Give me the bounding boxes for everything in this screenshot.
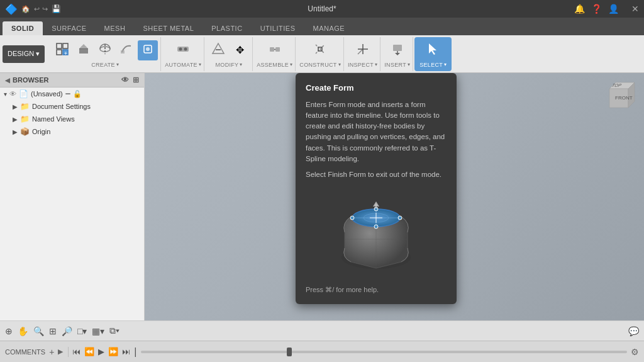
timeline-play-fwd-btn[interactable]: ⏭ xyxy=(122,347,130,356)
timeline-play-back-btn[interactable]: ⏮ xyxy=(72,347,80,356)
viewport-layout-btn[interactable]: ⧉▾ xyxy=(109,325,119,336)
browser-item-origin[interactable]: ▶ 📦 Origin xyxy=(0,125,144,138)
viewport[interactable]: Create Form Enters Form mode and inserts… xyxy=(145,73,644,320)
create-label: CREATE▾ xyxy=(91,62,119,68)
tooltip-help: Press ⌘/ for more help. xyxy=(306,285,447,295)
new-component-btn[interactable]: + xyxy=(52,40,72,60)
fit-btn[interactable]: ⊞ xyxy=(49,326,57,336)
redo-btn[interactable]: ↪ xyxy=(42,5,48,13)
svg-marker-6 xyxy=(79,44,88,48)
bottom-toolbar: ⊕ ✋ 🔍 ⊞ 🔎 □▾ ▦▾ ⧉▾ 💬 xyxy=(0,320,644,341)
toolbar-group-construct: CONSTRUCT▾ xyxy=(297,37,344,71)
insert-btn[interactable] xyxy=(387,40,408,60)
timeline-prev-btn[interactable]: ⏪ xyxy=(84,347,94,356)
create-form-btn[interactable] xyxy=(138,40,158,60)
browser-item-doc-settings[interactable]: ▶ 📁 Document Settings xyxy=(0,100,144,113)
inspect-btn[interactable] xyxy=(353,40,373,60)
item-expand-icon: ▶ xyxy=(13,103,18,110)
app-icon: 🔷 xyxy=(5,3,18,15)
toolbar-group-create: + xyxy=(50,37,161,71)
browser-collapse-btn[interactable]: ◀ xyxy=(5,77,10,84)
svg-marker-17 xyxy=(213,43,224,54)
select-btn[interactable] xyxy=(423,40,443,60)
toolbar-group-select: SELECT▾ xyxy=(414,37,452,71)
move-btn[interactable]: ✥ xyxy=(230,40,250,60)
automate-label: AUTOMATE▾ xyxy=(165,62,201,68)
svg-point-16 xyxy=(184,48,187,51)
timeline-marker-btn[interactable]: | xyxy=(134,346,136,358)
comments-expand-btn[interactable]: ▶ xyxy=(58,348,63,356)
unsaved-badge xyxy=(65,93,70,94)
timeline: COMMENTS + ▶ ⏮ ⏪ ▶ ⏩ ⏭ | ⚙ xyxy=(0,341,644,362)
toolbar-group-assemble: ASSEMBLE▾ xyxy=(254,37,296,71)
comments-add-btn[interactable]: + xyxy=(49,347,54,357)
zoom-region-btn[interactable]: 🔎 xyxy=(62,326,72,336)
modify-btn1[interactable] xyxy=(208,40,228,60)
timeline-next-btn[interactable]: ⏩ xyxy=(108,347,118,356)
svg-rect-1 xyxy=(63,43,68,48)
close-btn[interactable]: ✕ xyxy=(631,4,639,14)
tab-utilities[interactable]: UTILITIES xyxy=(252,21,304,35)
svg-rect-10 xyxy=(121,50,125,54)
grid-btn[interactable]: ▦▾ xyxy=(92,326,104,336)
home-btn[interactable]: 🏠 xyxy=(21,5,30,13)
svg-rect-5 xyxy=(79,48,88,54)
tab-mesh[interactable]: MESH xyxy=(96,21,135,35)
settings-btn[interactable]: ⚙ xyxy=(631,347,639,357)
tooltip-instruction: Select Finish Form to exit out of the mo… xyxy=(306,169,447,180)
pan-btn[interactable]: ✋ xyxy=(18,326,28,336)
title-bar: 🔷 🏠 ↩ ↪ 💾 Untitled* 🔔 ❓ 👤 ✕ xyxy=(0,0,644,18)
automate-btn[interactable] xyxy=(173,40,193,60)
svg-marker-30 xyxy=(395,53,400,55)
browser-expand-icon[interactable]: ⊞ xyxy=(133,76,139,84)
zoom-btn[interactable]: 🔍 xyxy=(33,326,44,336)
svg-line-25 xyxy=(358,49,363,54)
modify-label: MODIFY▾ xyxy=(216,62,243,68)
design-dropdown[interactable]: DESIGN ▾ xyxy=(3,45,45,63)
timeline-track[interactable] xyxy=(141,351,627,353)
account-btn[interactable]: 👤 xyxy=(608,4,619,14)
item-expand-icon: ▶ xyxy=(13,116,18,123)
timeline-play-btn[interactable]: ▶ xyxy=(98,347,104,356)
item-label: Origin xyxy=(32,128,50,135)
svg-text:+: + xyxy=(64,50,67,56)
browser-panel: ◀ BROWSER 👁 ⊞ ▾ 👁 📄 (Unsaved) 🔓 ▶ 📁 Docu… xyxy=(0,73,145,320)
orbit-btn[interactable]: ⊕ xyxy=(5,326,13,336)
assemble-label: ASSEMBLE▾ xyxy=(257,62,292,68)
browser-item-named-views[interactable]: ▶ 📁 Named Views xyxy=(0,113,144,125)
select-label: SELECT▾ xyxy=(419,62,447,68)
window-controls: 🏠 xyxy=(21,5,30,13)
tab-surface[interactable]: SURFACE xyxy=(43,21,95,35)
revolve-btn[interactable] xyxy=(95,40,115,60)
tab-plastic[interactable]: PLASTIC xyxy=(203,21,251,35)
construct-btn[interactable] xyxy=(310,40,330,60)
browser-visibility-icon[interactable]: 👁 xyxy=(121,76,129,84)
toolbar: DESIGN ▾ + xyxy=(0,35,644,73)
modify-buttons: ✥ xyxy=(208,40,250,60)
help-btn[interactable]: ❓ xyxy=(591,4,602,14)
tab-solid[interactable]: SOLID xyxy=(3,21,43,35)
tab-manage[interactable]: MANAGE xyxy=(304,21,353,35)
save-btn[interactable]: 💾 xyxy=(52,4,61,13)
display-mode-btn[interactable]: □▾ xyxy=(77,326,87,336)
toolbar-group-modify: ✥ MODIFY▾ xyxy=(206,37,253,71)
browser-item-unsaved[interactable]: ▾ 👁 📄 (Unsaved) 🔓 xyxy=(0,88,144,100)
item-expand-icon: ▾ xyxy=(4,91,7,98)
viewcube[interactable]: FRONT TOP xyxy=(600,79,638,117)
svg-marker-31 xyxy=(429,43,436,55)
item-expand-icon: ▶ xyxy=(13,128,18,135)
item-label: (Unsaved) xyxy=(31,90,63,98)
assemble-btn[interactable] xyxy=(265,40,285,60)
notif-btn[interactable]: 🔔 xyxy=(574,4,585,14)
title-text: Untitled* xyxy=(308,4,336,13)
svg-rect-19 xyxy=(270,47,274,52)
create-buttons: + xyxy=(52,40,158,60)
toolbar-group-automate: AUTOMATE▾ xyxy=(162,37,204,71)
sweep-btn[interactable] xyxy=(116,40,136,60)
undo-btn[interactable]: ↩ xyxy=(34,5,40,13)
tab-sheet-metal[interactable]: SHEET METAL xyxy=(134,21,203,35)
extrude-btn[interactable] xyxy=(74,40,94,60)
feedback-btn[interactable]: 💬 xyxy=(628,326,639,336)
insert-label: INSERT▾ xyxy=(384,62,410,68)
svg-rect-28 xyxy=(393,45,402,51)
